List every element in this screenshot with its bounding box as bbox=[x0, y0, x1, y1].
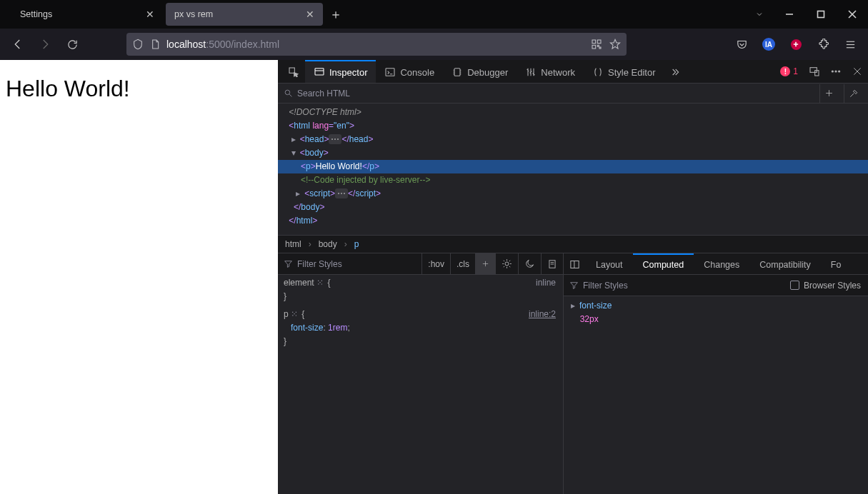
light-scheme-icon[interactable] bbox=[495, 253, 518, 274]
account-badge[interactable]: IA bbox=[757, 32, 781, 56]
browser-tab-settings[interactable]: Settings ✕ bbox=[6, 3, 163, 26]
tab-title: Settings bbox=[20, 9, 52, 19]
crumb-html[interactable]: html bbox=[285, 239, 301, 249]
tab-changes[interactable]: Changes bbox=[694, 253, 749, 274]
svg-rect-6 bbox=[597, 40, 601, 44]
rules-filter-input[interactable]: Filter Styles bbox=[278, 259, 421, 269]
navbar-right: IA bbox=[729, 32, 862, 56]
url-text: localhost:5000/index.html bbox=[166, 39, 279, 50]
computed-filter-input[interactable]: Filter Styles bbox=[564, 281, 783, 291]
svg-rect-14 bbox=[315, 69, 324, 75]
tab-computed[interactable]: Computed bbox=[633, 253, 694, 274]
window-controls bbox=[745, 0, 868, 29]
url-bar[interactable]: localhost:5000/index.html bbox=[126, 33, 627, 56]
tab-debugger[interactable]: Debugger bbox=[443, 60, 517, 83]
add-node-button[interactable] bbox=[819, 84, 838, 103]
tab-label: Inspector bbox=[329, 67, 367, 78]
meatball-menu-icon[interactable] bbox=[825, 60, 847, 84]
rules-list[interactable]: element ⁙ {inline } p ⁙ {inline:2 font-s… bbox=[278, 275, 563, 494]
computed-panel: Layout Computed Changes Compatibility Fo… bbox=[564, 253, 868, 494]
new-tab-button[interactable]: ＋ bbox=[326, 4, 346, 24]
devtools-close-button[interactable] bbox=[847, 60, 868, 84]
svg-point-31 bbox=[505, 262, 509, 266]
tab-label: Debugger bbox=[467, 67, 508, 78]
bookmark-icon[interactable] bbox=[609, 39, 621, 50]
svg-rect-8 bbox=[597, 45, 599, 46]
page-icon bbox=[149, 39, 161, 50]
svg-rect-17 bbox=[454, 69, 460, 76]
svg-rect-9 bbox=[599, 47, 601, 49]
chevron-right-icon: › bbox=[344, 239, 347, 249]
checkbox-icon bbox=[790, 281, 799, 290]
toggle-side-panel-icon[interactable] bbox=[564, 253, 586, 274]
tab-history-button[interactable] bbox=[745, 0, 774, 29]
tab-layout[interactable]: Layout bbox=[586, 253, 633, 274]
notification-badge[interactable] bbox=[784, 32, 808, 56]
crumb-p[interactable]: p bbox=[354, 239, 359, 249]
svg-rect-2 bbox=[818, 11, 824, 18]
svg-point-21 bbox=[835, 71, 837, 72]
print-media-icon[interactable] bbox=[541, 253, 563, 274]
pocket-icon[interactable] bbox=[729, 32, 754, 56]
browser-styles-checkbox[interactable]: Browser Styles bbox=[783, 281, 868, 291]
reload-button[interactable] bbox=[60, 32, 84, 56]
devtools-panel: Inspector Console Debugger Network Style… bbox=[278, 60, 868, 494]
hov-toggle[interactable]: :hov bbox=[421, 253, 450, 274]
browser-navbar: localhost:5000/index.html IA bbox=[0, 29, 868, 60]
svg-line-26 bbox=[289, 94, 291, 96]
svg-rect-16 bbox=[386, 69, 394, 76]
pick-element-button[interactable] bbox=[282, 60, 305, 83]
tab-fonts[interactable]: Fo bbox=[821, 253, 852, 274]
side-panel-tabs: Layout Computed Changes Compatibility Fo bbox=[564, 253, 868, 275]
close-icon[interactable]: ✕ bbox=[306, 9, 314, 20]
dark-scheme-icon[interactable] bbox=[518, 253, 541, 274]
html-search-bar: Search HTML bbox=[278, 84, 868, 104]
window-close-button[interactable] bbox=[837, 0, 868, 29]
tab-inspector[interactable]: Inspector bbox=[305, 60, 376, 83]
svg-point-22 bbox=[839, 71, 840, 72]
forward-button[interactable] bbox=[33, 32, 57, 56]
eyedropper-icon[interactable] bbox=[844, 84, 862, 103]
tab-console[interactable]: Console bbox=[376, 60, 443, 83]
svg-rect-35 bbox=[571, 261, 579, 268]
tab-label: Network bbox=[541, 67, 575, 78]
svg-rect-18 bbox=[810, 68, 817, 73]
maximize-button[interactable] bbox=[805, 0, 837, 29]
svg-point-25 bbox=[285, 90, 290, 95]
svg-point-20 bbox=[832, 71, 833, 72]
tab-compatibility[interactable]: Compatibility bbox=[749, 253, 821, 274]
app-menu-icon[interactable] bbox=[838, 32, 862, 56]
back-button[interactable] bbox=[6, 32, 30, 56]
selected-node[interactable]: <p>Hello World!</p> bbox=[278, 160, 868, 173]
tab-title: px vs rem bbox=[174, 9, 213, 19]
crumb-body[interactable]: body bbox=[319, 239, 337, 249]
add-rule-button[interactable] bbox=[475, 253, 495, 274]
error-count[interactable]: !1 bbox=[774, 60, 804, 83]
browser-tabstrip: Settings ✕ px vs rem ✕ ＋ bbox=[0, 0, 868, 29]
cls-toggle[interactable]: .cls bbox=[450, 253, 475, 274]
tab-network[interactable]: Network bbox=[517, 60, 584, 83]
markup-tree[interactable]: <!DOCTYPE html> <html lang="en"> ▸<head>… bbox=[278, 104, 868, 235]
browser-tab-pxvsrem[interactable]: px vs rem ✕ bbox=[166, 3, 323, 26]
tab-label: Console bbox=[400, 67, 434, 78]
shield-icon bbox=[132, 39, 144, 50]
responsive-mode-button[interactable] bbox=[804, 60, 825, 84]
svg-rect-5 bbox=[592, 40, 596, 44]
close-icon[interactable]: ✕ bbox=[146, 9, 154, 20]
chevron-right-icon: › bbox=[309, 239, 311, 249]
page-heading: Hello World! bbox=[6, 76, 272, 102]
qr-icon[interactable] bbox=[591, 39, 602, 50]
html-search-input[interactable]: Search HTML bbox=[284, 89, 814, 99]
breadcrumb: html › body › p bbox=[278, 235, 868, 253]
more-tools-button[interactable] bbox=[664, 60, 687, 83]
tab-style-editor[interactable]: Style Editor bbox=[584, 60, 664, 83]
minimize-button[interactable] bbox=[774, 0, 805, 29]
tab-label: Style Editor bbox=[608, 67, 655, 78]
computed-properties[interactable]: ▸font-size 32px bbox=[564, 296, 868, 494]
rules-panel: Filter Styles :hov .cls element ⁙ {inlin… bbox=[278, 253, 564, 494]
extensions-icon[interactable] bbox=[811, 32, 835, 56]
svg-rect-7 bbox=[592, 45, 596, 49]
devtools-tabs: Inspector Console Debugger Network Style… bbox=[278, 60, 868, 84]
page-viewport: Hello World! bbox=[0, 60, 278, 494]
